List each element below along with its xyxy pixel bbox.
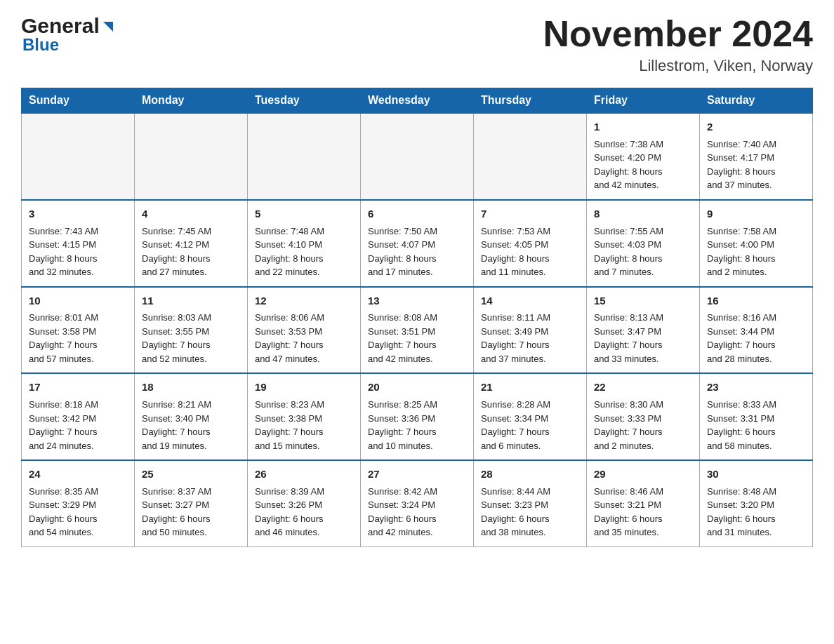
- logo-blue: Blue: [22, 35, 116, 55]
- calendar-cell: 24Sunrise: 8:35 AMSunset: 3:29 PMDayligh…: [22, 460, 135, 546]
- day-info: Sunrise: 7:43 AMSunset: 4:15 PMDaylight:…: [29, 224, 127, 279]
- calendar-cell: 9Sunrise: 7:58 AMSunset: 4:00 PMDaylight…: [700, 200, 813, 287]
- calendar-cell: 16Sunrise: 8:16 AMSunset: 3:44 PMDayligh…: [700, 287, 813, 374]
- title-block: November 2024 Lillestrom, Viken, Norway: [543, 14, 813, 75]
- day-info: Sunrise: 7:53 AMSunset: 4:05 PMDaylight:…: [481, 224, 579, 279]
- calendar-cell: 2Sunrise: 7:40 AMSunset: 4:17 PMDaylight…: [700, 113, 813, 200]
- logo-arrow-icon: [100, 19, 116, 34]
- day-number: 18: [142, 380, 240, 395]
- day-number: 19: [255, 380, 353, 395]
- day-info: Sunrise: 8:33 AMSunset: 3:31 PMDaylight:…: [707, 398, 805, 452]
- day-info: Sunrise: 7:55 AMSunset: 4:03 PMDaylight:…: [594, 224, 692, 279]
- calendar-cell: 8Sunrise: 7:55 AMSunset: 4:03 PMDaylight…: [587, 200, 700, 287]
- logo-general: General: [21, 14, 100, 38]
- col-monday: Monday: [135, 88, 248, 114]
- calendar-cell: 18Sunrise: 8:21 AMSunset: 3:40 PMDayligh…: [135, 373, 248, 460]
- calendar-cell: 25Sunrise: 8:37 AMSunset: 3:27 PMDayligh…: [135, 460, 248, 546]
- day-info: Sunrise: 8:44 AMSunset: 3:23 PMDaylight:…: [481, 485, 579, 539]
- day-number: 29: [594, 467, 692, 482]
- calendar-cell: 22Sunrise: 8:30 AMSunset: 3:33 PMDayligh…: [587, 373, 700, 460]
- day-info: Sunrise: 7:45 AMSunset: 4:12 PMDaylight:…: [142, 224, 240, 279]
- week-row-4: 17Sunrise: 8:18 AMSunset: 3:42 PMDayligh…: [22, 373, 813, 460]
- day-info: Sunrise: 8:23 AMSunset: 3:38 PMDaylight:…: [255, 398, 353, 452]
- week-row-5: 24Sunrise: 8:35 AMSunset: 3:29 PMDayligh…: [22, 460, 813, 546]
- calendar-cell: 11Sunrise: 8:03 AMSunset: 3:55 PMDayligh…: [135, 287, 248, 374]
- calendar-cell: 29Sunrise: 8:46 AMSunset: 3:21 PMDayligh…: [587, 460, 700, 546]
- calendar-cell: 27Sunrise: 8:42 AMSunset: 3:24 PMDayligh…: [361, 460, 474, 546]
- day-info: Sunrise: 8:01 AMSunset: 3:58 PMDaylight:…: [29, 311, 127, 365]
- calendar-cell: [135, 113, 248, 200]
- week-row-1: 1Sunrise: 7:38 AMSunset: 4:20 PMDaylight…: [22, 113, 813, 200]
- day-info: Sunrise: 7:48 AMSunset: 4:10 PMDaylight:…: [255, 224, 353, 279]
- day-number: 15: [594, 293, 692, 309]
- day-info: Sunrise: 8:13 AMSunset: 3:47 PMDaylight:…: [594, 311, 692, 365]
- day-number: 11: [142, 293, 240, 309]
- day-info: Sunrise: 8:39 AMSunset: 3:26 PMDaylight:…: [255, 485, 353, 539]
- day-number: 26: [255, 467, 353, 482]
- calendar-subtitle: Lillestrom, Viken, Norway: [543, 57, 813, 75]
- day-info: Sunrise: 8:16 AMSunset: 3:44 PMDaylight:…: [707, 311, 805, 365]
- day-number: 3: [29, 206, 127, 222]
- day-number: 12: [255, 293, 353, 309]
- calendar-cell: 1Sunrise: 7:38 AMSunset: 4:20 PMDaylight…: [587, 113, 700, 200]
- week-row-2: 3Sunrise: 7:43 AMSunset: 4:15 PMDaylight…: [22, 200, 813, 287]
- calendar-cell: 10Sunrise: 8:01 AMSunset: 3:58 PMDayligh…: [22, 287, 135, 374]
- calendar-cell: [474, 113, 587, 200]
- calendar-cell: 7Sunrise: 7:53 AMSunset: 4:05 PMDaylight…: [474, 200, 587, 287]
- day-number: 4: [142, 206, 240, 222]
- calendar-table: Sunday Monday Tuesday Wednesday Thursday…: [21, 88, 813, 547]
- day-info: Sunrise: 7:58 AMSunset: 4:00 PMDaylight:…: [707, 224, 805, 279]
- day-number: 30: [707, 467, 805, 482]
- day-number: 21: [481, 380, 579, 395]
- day-number: 27: [368, 467, 466, 482]
- day-number: 25: [142, 467, 240, 482]
- logo: General Blue: [21, 14, 116, 55]
- col-friday: Friday: [587, 88, 700, 114]
- calendar-cell: 28Sunrise: 8:44 AMSunset: 3:23 PMDayligh…: [474, 460, 587, 546]
- col-wednesday: Wednesday: [361, 88, 474, 114]
- day-number: 22: [594, 380, 692, 395]
- col-sunday: Sunday: [22, 88, 135, 114]
- day-info: Sunrise: 8:08 AMSunset: 3:51 PMDaylight:…: [368, 311, 466, 365]
- day-info: Sunrise: 8:42 AMSunset: 3:24 PMDaylight:…: [368, 485, 466, 539]
- day-info: Sunrise: 8:35 AMSunset: 3:29 PMDaylight:…: [29, 485, 127, 539]
- day-number: 28: [481, 467, 579, 482]
- day-number: 17: [29, 380, 127, 395]
- calendar-cell: [361, 113, 474, 200]
- calendar-cell: 12Sunrise: 8:06 AMSunset: 3:53 PMDayligh…: [248, 287, 361, 374]
- day-number: 1: [594, 119, 692, 135]
- calendar-cell: 15Sunrise: 8:13 AMSunset: 3:47 PMDayligh…: [587, 287, 700, 374]
- calendar-cell: 19Sunrise: 8:23 AMSunset: 3:38 PMDayligh…: [248, 373, 361, 460]
- day-number: 14: [481, 293, 579, 309]
- svg-marker-0: [103, 22, 113, 32]
- day-info: Sunrise: 8:21 AMSunset: 3:40 PMDaylight:…: [142, 398, 240, 452]
- day-number: 13: [368, 293, 466, 309]
- day-info: Sunrise: 8:03 AMSunset: 3:55 PMDaylight:…: [142, 311, 240, 365]
- col-tuesday: Tuesday: [248, 88, 361, 114]
- day-info: Sunrise: 7:38 AMSunset: 4:20 PMDaylight:…: [594, 137, 692, 192]
- day-number: 24: [29, 467, 127, 482]
- day-info: Sunrise: 8:18 AMSunset: 3:42 PMDaylight:…: [29, 398, 127, 452]
- calendar-cell: 6Sunrise: 7:50 AMSunset: 4:07 PMDaylight…: [361, 200, 474, 287]
- day-info: Sunrise: 8:28 AMSunset: 3:34 PMDaylight:…: [481, 398, 579, 452]
- calendar-header-row: Sunday Monday Tuesday Wednesday Thursday…: [22, 88, 813, 114]
- calendar-cell: 13Sunrise: 8:08 AMSunset: 3:51 PMDayligh…: [361, 287, 474, 374]
- day-number: 6: [368, 206, 466, 222]
- day-number: 2: [707, 119, 805, 135]
- day-info: Sunrise: 7:40 AMSunset: 4:17 PMDaylight:…: [707, 137, 805, 192]
- calendar-title: November 2024: [543, 14, 813, 54]
- col-thursday: Thursday: [474, 88, 587, 114]
- calendar-cell: 5Sunrise: 7:48 AMSunset: 4:10 PMDaylight…: [248, 200, 361, 287]
- day-info: Sunrise: 8:30 AMSunset: 3:33 PMDaylight:…: [594, 398, 692, 452]
- day-info: Sunrise: 8:11 AMSunset: 3:49 PMDaylight:…: [481, 311, 579, 365]
- calendar-cell: 26Sunrise: 8:39 AMSunset: 3:26 PMDayligh…: [248, 460, 361, 546]
- day-info: Sunrise: 8:06 AMSunset: 3:53 PMDaylight:…: [255, 311, 353, 365]
- day-info: Sunrise: 8:48 AMSunset: 3:20 PMDaylight:…: [707, 485, 805, 539]
- day-number: 20: [368, 380, 466, 395]
- day-info: Sunrise: 8:37 AMSunset: 3:27 PMDaylight:…: [142, 485, 240, 539]
- calendar-cell: 23Sunrise: 8:33 AMSunset: 3:31 PMDayligh…: [700, 373, 813, 460]
- week-row-3: 10Sunrise: 8:01 AMSunset: 3:58 PMDayligh…: [22, 287, 813, 374]
- header: General Blue November 2024 Lillestrom, V…: [21, 14, 813, 75]
- day-number: 23: [707, 380, 805, 395]
- calendar-cell: 20Sunrise: 8:25 AMSunset: 3:36 PMDayligh…: [361, 373, 474, 460]
